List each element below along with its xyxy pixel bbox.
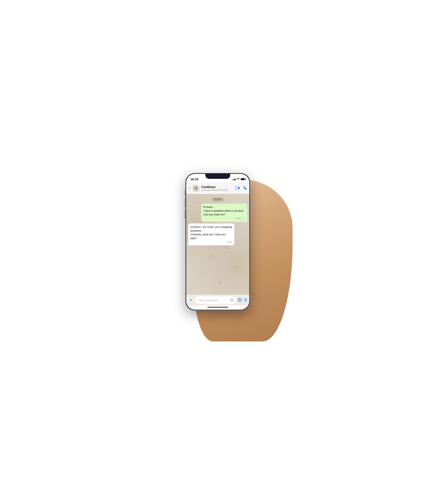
- sent-message-time: 16:32: [236, 217, 241, 220]
- signal-bar-2: [233, 179, 234, 180]
- svg-point-7: [239, 299, 241, 301]
- received-message-text: Hi there! I am Celia, your shopping assi…: [190, 225, 232, 240]
- svg-rect-6: [238, 299, 242, 301]
- svg-point-4: [231, 299, 232, 299]
- camera-button[interactable]: [238, 298, 242, 303]
- contact-avatar: 🍳: [192, 185, 200, 192]
- signal-icon: [232, 178, 236, 180]
- received-message-meta: 16:32: [190, 241, 232, 244]
- svg-rect-8: [245, 298, 246, 300]
- chat-input-area: + Type a message: [186, 294, 249, 306]
- message-input[interactable]: Type a message: [198, 299, 218, 302]
- svg-point-3: [230, 298, 233, 301]
- chat-body: ⏰ 🎮 🎲 🃏 🎭 🎪 🎯 🧩 🎰 🎳 TODAY: [186, 194, 249, 294]
- home-indicator: [186, 306, 249, 310]
- sticker-icon[interactable]: [230, 298, 234, 302]
- scene: 16:33: [151, 155, 297, 341]
- message-row-sent: Hi thereI have a question about a produc…: [188, 203, 247, 222]
- sent-bubble: Hi thereI have a question about a produc…: [201, 203, 247, 222]
- battery-icon: [241, 178, 245, 180]
- signal-bar-3: [234, 179, 235, 180]
- wifi-icon: [237, 178, 240, 181]
- svg-text:🍳: 🍳: [194, 186, 198, 190]
- received-message-time: 16:32: [227, 241, 232, 244]
- battery-fill: [241, 178, 245, 180]
- chat-header: ‹ 🍳 Cooktoys Last seen today 16:32 PM: [186, 183, 249, 194]
- phone-button-mute: [185, 190, 186, 196]
- video-call-button[interactable]: [235, 186, 240, 191]
- message-row-received: Hi there! I am Celia, your shopping assi…: [188, 223, 247, 245]
- date-label: TODAY: [212, 197, 224, 201]
- sent-message-meta: 16:32 ✓✓: [203, 217, 245, 220]
- header-actions: [235, 186, 247, 191]
- phone-frame: 16:33: [186, 173, 250, 310]
- signal-bar-4: [235, 178, 236, 180]
- back-button[interactable]: ‹: [189, 186, 190, 191]
- phone-notch: [205, 174, 230, 179]
- home-bar: [207, 307, 228, 308]
- input-actions: [238, 298, 247, 303]
- contact-last-seen: Last seen today 16:32 PM: [201, 189, 234, 191]
- svg-rect-2: [235, 186, 238, 189]
- phone-button-vol-down: [185, 210, 186, 219]
- mic-button[interactable]: [244, 298, 247, 303]
- contact-info: Cooktoys Last seen today 16:32 PM: [201, 185, 234, 191]
- sent-message-text: Hi thereI have a question about a produc…: [203, 205, 245, 217]
- read-tick: ✓✓: [241, 217, 245, 220]
- chat-messages: TODAY Hi thereI have a question about a …: [186, 194, 249, 294]
- phone-button-right: [250, 198, 251, 211]
- received-bubble: Hi there! I am Celia, your shopping assi…: [188, 223, 234, 245]
- phone-call-button[interactable]: [243, 186, 247, 191]
- status-time: 16:33: [190, 177, 198, 181]
- add-attachment-button[interactable]: +: [188, 297, 194, 303]
- signal-bar-1: [232, 180, 233, 180]
- phone-button-vol-up: [185, 198, 186, 207]
- svg-point-5: [232, 299, 233, 299]
- message-input-box[interactable]: Type a message: [195, 296, 236, 304]
- status-icons: [232, 178, 245, 181]
- contact-name: Cooktoys: [201, 185, 234, 189]
- phone-screen: 16:33: [186, 174, 249, 310]
